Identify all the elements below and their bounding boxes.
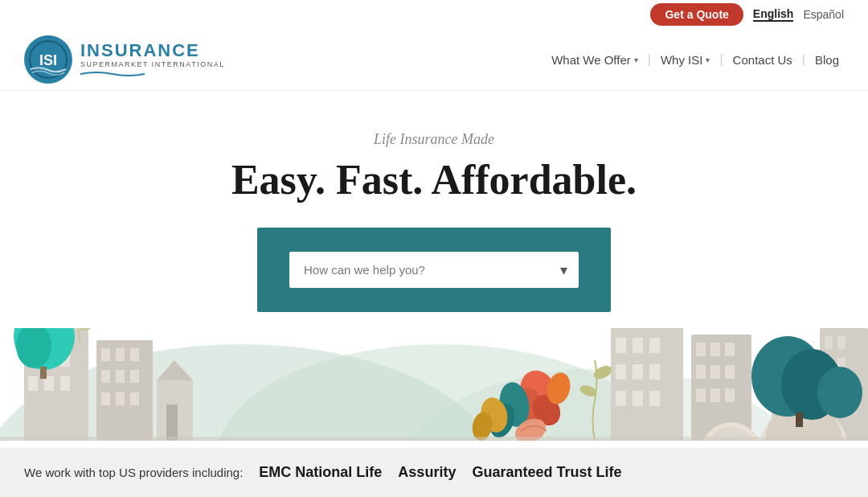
get-quote-button[interactable]: Get a Quote (650, 3, 743, 26)
chevron-down-icon: ▾ (634, 55, 638, 64)
svg-rect-31 (40, 367, 47, 379)
svg-rect-20 (101, 370, 110, 383)
nav-blog[interactable]: Blog (810, 50, 844, 70)
hero-section: Life Insurance Made Easy. Fast. Affordab… (0, 91, 868, 328)
nav-separator-2: | (719, 52, 723, 67)
espanol-language-button[interactable]: Español (803, 8, 844, 21)
svg-rect-42 (616, 364, 626, 380)
svg-rect-17 (101, 348, 110, 361)
svg-rect-46 (633, 391, 643, 406)
nav-separator-3: | (802, 52, 805, 67)
svg-rect-44 (649, 364, 660, 380)
nav-separator-1: | (648, 52, 651, 67)
svg-rect-15 (60, 376, 70, 391)
svg-rect-56 (710, 388, 720, 402)
hero-title: Easy. Fast. Affordable. (16, 156, 852, 203)
nav-why-isi[interactable]: Why ISI ▾ (656, 50, 715, 70)
svg-rect-52 (696, 365, 706, 379)
svg-rect-23 (101, 392, 110, 405)
search-container: How can we help you? Life Insurance Term… (257, 228, 611, 312)
svg-rect-50 (710, 343, 720, 356)
svg-rect-54 (725, 365, 735, 379)
svg-rect-28 (166, 405, 178, 441)
svg-rect-63 (837, 336, 845, 349)
svg-rect-13 (28, 376, 38, 391)
svg-rect-87 (0, 437, 868, 441)
logo-text: INSURANCE SUPERMARKET INTERNATIONAL (80, 42, 225, 78)
provider-emc: EMC National Life (259, 464, 382, 481)
svg-rect-18 (116, 348, 125, 361)
nav-contact-us[interactable]: Contact Us (728, 50, 797, 70)
nav-what-we-offer[interactable]: What We Offer ▾ (547, 50, 643, 70)
nav-links: What We Offer ▾ | Why ISI ▾ | Contact Us… (547, 50, 844, 70)
help-select[interactable]: How can we help you? Life Insurance Term… (289, 252, 579, 288)
providers-label: We work with top US providers including: (24, 466, 243, 479)
svg-rect-45 (616, 391, 626, 406)
provider-assurity: Assurity (398, 464, 456, 481)
top-bar: Get a Quote English Español (0, 0, 868, 29)
svg-rect-21 (116, 370, 125, 383)
hero-subtitle: Life Insurance Made (16, 131, 852, 148)
search-select-wrapper[interactable]: How can we help you? Life Insurance Term… (289, 252, 579, 288)
svg-rect-55 (696, 388, 706, 402)
svg-rect-24 (116, 392, 125, 405)
english-language-button[interactable]: English (753, 7, 794, 22)
svg-point-30 (16, 323, 51, 368)
logo-supermarket-text: SUPERMARKET INTERNATIONAL (80, 60, 225, 70)
logo-insurance-text: INSURANCE (80, 42, 225, 60)
logo-circle: ISI (24, 35, 72, 84)
svg-rect-41 (649, 338, 660, 353)
svg-rect-51 (725, 343, 735, 356)
svg-rect-47 (649, 391, 660, 406)
svg-rect-53 (710, 365, 720, 379)
svg-rect-72 (796, 413, 803, 427)
provider-gtl: Guaranteed Trust Life (472, 464, 621, 481)
navigation: ISI INSURANCE SUPERMARKET INTERNATIONAL … (0, 29, 868, 91)
svg-rect-49 (696, 343, 706, 356)
logo[interactable]: ISI INSURANCE SUPERMARKET INTERNATIONAL (24, 35, 225, 84)
svg-rect-62 (825, 336, 833, 349)
providers-bar: We work with top US providers including:… (0, 448, 868, 497)
chevron-down-icon-2: ▾ (706, 55, 710, 64)
svg-rect-43 (633, 364, 643, 380)
svg-rect-22 (130, 370, 139, 383)
svg-point-73 (817, 367, 862, 418)
svg-rect-39 (616, 338, 626, 353)
svg-rect-25 (130, 392, 139, 405)
svg-rect-40 (633, 338, 643, 353)
svg-rect-19 (130, 348, 139, 361)
svg-rect-57 (725, 388, 735, 402)
svg-text:ISI: ISI (39, 52, 57, 68)
